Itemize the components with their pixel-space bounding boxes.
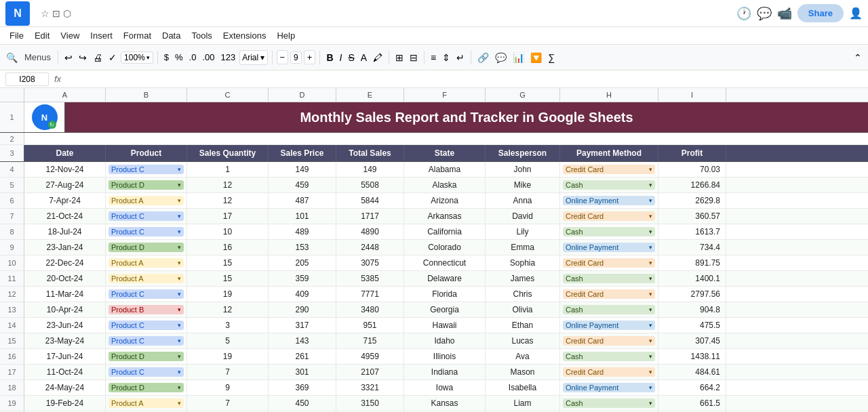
print-icon[interactable]: 🖨 <box>91 50 104 65</box>
cell-date[interactable]: 22-Dec-24 <box>24 255 106 270</box>
text-color-btn[interactable]: A <box>359 50 369 65</box>
cell-price[interactable]: 489 <box>269 224 336 239</box>
cell-salesperson[interactable]: Lily <box>486 224 560 239</box>
cell-product[interactable]: Product A▾ <box>106 271 187 286</box>
cell-salesperson[interactable]: Ethan <box>486 318 560 333</box>
cell-date[interactable]: 20-Oct-24 <box>24 271 106 286</box>
spellcheck-icon[interactable]: ✓ <box>106 50 119 65</box>
cell-qty[interactable]: 1 <box>187 162 269 177</box>
cell-payment[interactable]: Cash▾ <box>560 302 658 317</box>
cell-date[interactable]: 23-Jan-24 <box>24 240 106 255</box>
cell-price[interactable]: 101 <box>269 209 336 224</box>
menu-tools[interactable]: Tools <box>187 29 216 42</box>
cell-total[interactable]: 3075 <box>336 255 404 270</box>
cell-total[interactable]: 2107 <box>336 365 404 379</box>
undo-icon[interactable]: ↩ <box>62 50 75 65</box>
col-header-g[interactable]: G <box>486 88 560 102</box>
cell-product[interactable]: Product D▾ <box>106 178 187 192</box>
function-btn[interactable]: ∑ <box>546 50 557 65</box>
cell-total[interactable]: 4890 <box>336 224 404 239</box>
decimal-dec-btn[interactable]: .0 <box>187 50 199 64</box>
cell-total[interactable]: 5844 <box>336 193 404 208</box>
cell-product[interactable]: Product D▾ <box>106 349 187 364</box>
percent-btn[interactable]: % <box>173 50 185 64</box>
cell-salesperson[interactable]: Chris <box>486 287 560 302</box>
cell-profit[interactable]: 891.75 <box>658 255 726 270</box>
share-button[interactable]: Share <box>797 4 844 22</box>
account-icon[interactable]: 👤 <box>849 7 863 20</box>
cell-salesperson[interactable]: Sophia <box>486 255 560 270</box>
cell-total[interactable]: 3321 <box>336 380 404 395</box>
cell-price[interactable]: 143 <box>269 333 336 348</box>
cell-state[interactable]: Indiana <box>404 365 486 379</box>
format-number-btn[interactable]: 123 <box>218 50 237 64</box>
italic-btn[interactable]: I <box>338 50 344 65</box>
cell-price[interactable]: 409 <box>269 287 336 302</box>
cell-salesperson[interactable]: Mason <box>486 365 560 379</box>
cell-total[interactable]: 951 <box>336 318 404 333</box>
cell-product[interactable]: Product A▾ <box>106 396 187 411</box>
cell-price[interactable]: 359 <box>269 271 336 286</box>
cell-profit[interactable]: 2797.56 <box>658 287 726 302</box>
cell-state[interactable]: Florida <box>404 287 486 302</box>
wrap-btn[interactable]: ↵ <box>454 50 467 65</box>
merge-btn[interactable]: ⊟ <box>408 50 420 65</box>
cell-profit[interactable]: 2629.8 <box>658 193 726 208</box>
cell-product[interactable]: Product C▾ <box>106 333 187 348</box>
cell-qty[interactable]: 9 <box>187 380 269 395</box>
cell-profit[interactable]: 1400.1 <box>658 271 726 286</box>
cell-salesperson[interactable]: John <box>486 162 560 177</box>
formula-input[interactable] <box>66 73 863 85</box>
cell-payment[interactable]: Cash▾ <box>560 224 658 239</box>
font-size-box[interactable]: 9 <box>290 52 302 64</box>
col-header-h[interactable]: H <box>560 88 658 102</box>
cell-payment[interactable]: Online Payment▾ <box>560 318 658 333</box>
cell-date[interactable]: 23-May-24 <box>24 333 106 348</box>
cell-profit[interactable]: 1613.7 <box>658 224 726 239</box>
cell-qty[interactable]: 12 <box>187 193 269 208</box>
menu-insert[interactable]: Insert <box>86 29 117 42</box>
cell-state[interactable]: Delaware <box>404 271 486 286</box>
menus-label[interactable]: Menus <box>22 50 54 64</box>
cell-price[interactable]: 317 <box>269 318 336 333</box>
cell-qty[interactable]: 12 <box>187 178 269 192</box>
font-family-dropdown[interactable]: Arial ▾ <box>239 50 267 65</box>
cell-date[interactable]: 21-Oct-24 <box>24 209 106 224</box>
cell-salesperson[interactable]: James <box>486 271 560 286</box>
cell-total[interactable]: 3480 <box>336 302 404 317</box>
cell-state[interactable]: Colorado <box>404 240 486 255</box>
col-header-i[interactable]: I <box>658 88 726 102</box>
cell-price[interactable]: 290 <box>269 302 336 317</box>
cell-payment[interactable]: Credit Card▾ <box>560 365 658 379</box>
link-btn[interactable]: 🔗 <box>475 50 491 65</box>
cell-state[interactable]: Alaska <box>404 178 486 192</box>
cell-product[interactable]: Product B▾ <box>106 302 187 317</box>
cell-price[interactable]: 149 <box>269 162 336 177</box>
cell-price[interactable]: 369 <box>269 380 336 395</box>
cell-product[interactable]: Product C▾ <box>106 209 187 224</box>
highlight-btn[interactable]: 🖍 <box>371 50 384 65</box>
valign-btn[interactable]: ⇕ <box>440 50 452 65</box>
cell-product[interactable]: Product C▾ <box>106 318 187 333</box>
cell-product[interactable]: Product C▾ <box>106 224 187 239</box>
cell-profit[interactable]: 734.4 <box>658 240 726 255</box>
cell-salesperson[interactable]: David <box>486 209 560 224</box>
cell-price[interactable]: 301 <box>269 365 336 379</box>
cell-salesperson[interactable]: Emma <box>486 240 560 255</box>
cell-state[interactable]: California <box>404 224 486 239</box>
cell-qty[interactable]: 7 <box>187 396 269 411</box>
cell-profit[interactable]: 307.45 <box>658 333 726 348</box>
cell-product[interactable]: Product A▾ <box>106 255 187 270</box>
cell-payment[interactable]: Credit Card▾ <box>560 209 658 224</box>
cell-profit[interactable]: 904.8 <box>658 302 726 317</box>
cell-qty[interactable]: 10 <box>187 224 269 239</box>
cell-profit[interactable]: 484.61 <box>658 365 726 379</box>
cell-payment[interactable]: Online Payment▾ <box>560 240 658 255</box>
decimal-inc-btn[interactable]: .00 <box>200 50 216 64</box>
cell-qty[interactable]: 5 <box>187 333 269 348</box>
col-header-e[interactable]: E <box>336 88 404 102</box>
drive-icon[interactable]: ⬡ <box>63 8 71 19</box>
cell-salesperson[interactable]: Mike <box>486 178 560 192</box>
cell-profit[interactable]: 1266.84 <box>658 178 726 192</box>
folder-icon[interactable]: ⊡ <box>52 8 60 19</box>
